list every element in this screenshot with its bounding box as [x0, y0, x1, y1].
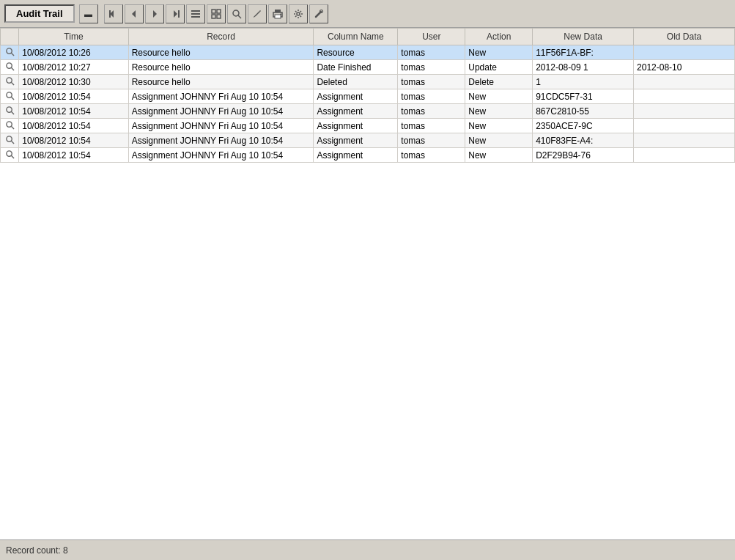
- cell-old-data: [634, 119, 735, 133]
- svg-point-30: [6, 107, 11, 112]
- app-title: Audit Trail: [4, 4, 75, 23]
- cell-action: New: [465, 45, 533, 60]
- svg-marker-3: [153, 10, 157, 18]
- list-view-button[interactable]: [186, 4, 205, 23]
- cell-time: 10/08/2012 10:54: [19, 148, 128, 163]
- cell-action: New: [465, 148, 533, 163]
- cell-new-data: 410F83FE-A4:: [533, 133, 634, 148]
- svg-rect-11: [212, 15, 215, 18]
- cell-new-data: 867C2810-55: [533, 104, 634, 119]
- cell-user: tomas: [398, 89, 465, 104]
- search-button[interactable]: [227, 4, 246, 23]
- svg-rect-10: [217, 10, 221, 13]
- prev-start-button[interactable]: [104, 4, 123, 23]
- table-row[interactable]: 10/08/2012 10:27Resource helloDate Finis…: [1, 60, 735, 75]
- col-new-data: New Data: [533, 29, 634, 45]
- row-search-icon[interactable]: [1, 104, 19, 119]
- grid-view-button[interactable]: [207, 4, 226, 23]
- table-header: Time Record Column Name User Action New …: [1, 29, 735, 45]
- svg-point-18: [280, 13, 281, 15]
- cell-record: Resource hello: [128, 60, 314, 75]
- settings-button[interactable]: [289, 4, 308, 23]
- svg-point-34: [6, 136, 11, 141]
- audit-table: Time Record Column Name User Action New …: [0, 28, 735, 163]
- row-search-icon[interactable]: [1, 119, 19, 133]
- pen-button[interactable]: [248, 4, 267, 23]
- cell-time: 10/08/2012 10:27: [19, 60, 128, 75]
- row-search-icon[interactable]: [1, 75, 19, 89]
- cell-user: tomas: [398, 119, 465, 133]
- cell-action: New: [465, 119, 533, 133]
- cell-old-data: 2012-08-10: [634, 60, 735, 75]
- minimize-button[interactable]: ▬: [79, 4, 98, 23]
- svg-rect-7: [191, 13, 200, 15]
- table-row[interactable]: 10/08/2012 10:54Assignment JOHNNY Fri Au…: [1, 104, 735, 119]
- table-row[interactable]: 10/08/2012 10:30Resource helloDeletedtom…: [1, 75, 735, 89]
- cell-action: Delete: [465, 75, 533, 89]
- table-row[interactable]: 10/08/2012 10:54Assignment JOHNNY Fri Au…: [1, 119, 735, 133]
- svg-line-31: [11, 111, 14, 114]
- cell-column-name: Assignment: [314, 119, 398, 133]
- cell-column-name: Resource: [314, 45, 398, 60]
- svg-rect-5: [178, 10, 180, 18]
- row-search-icon[interactable]: [1, 45, 19, 60]
- next-button[interactable]: [145, 4, 164, 23]
- cell-column-name: Assignment: [314, 133, 398, 148]
- svg-point-19: [297, 12, 300, 15]
- table-body: 10/08/2012 10:26Resource helloResourceto…: [1, 45, 735, 163]
- toolbar: Audit Trail ▬: [0, 0, 735, 28]
- cell-old-data: [634, 89, 735, 104]
- table-row[interactable]: 10/08/2012 10:54Assignment JOHNNY Fri Au…: [1, 133, 735, 148]
- svg-marker-2: [132, 10, 136, 18]
- cell-column-name: Assignment: [314, 148, 398, 163]
- cell-record: Resource hello: [128, 45, 314, 60]
- next-end-button[interactable]: [166, 4, 185, 23]
- svg-line-37: [11, 155, 14, 158]
- col-time: Time: [19, 29, 128, 45]
- cell-user: tomas: [398, 148, 465, 163]
- svg-line-25: [11, 67, 14, 70]
- cell-record: Resource hello: [128, 75, 314, 89]
- row-search-icon[interactable]: [1, 133, 19, 148]
- svg-point-22: [6, 48, 11, 54]
- table-row[interactable]: 10/08/2012 10:26Resource helloResourceto…: [1, 45, 735, 60]
- cell-action: New: [465, 89, 533, 104]
- cell-new-data: 2012-08-09 1: [533, 60, 634, 75]
- svg-line-27: [11, 82, 14, 85]
- svg-rect-12: [217, 15, 221, 18]
- cell-new-data: 1: [533, 75, 634, 89]
- cell-column-name: Deleted: [314, 75, 398, 89]
- row-search-icon[interactable]: [1, 60, 19, 75]
- cell-action: Update: [465, 60, 533, 75]
- cell-column-name: Date Finished: [314, 60, 398, 75]
- table-wrapper[interactable]: Time Record Column Name User Action New …: [0, 28, 735, 539]
- cell-old-data: [634, 133, 735, 148]
- svg-point-13: [233, 10, 239, 16]
- cell-new-data: 2350ACE7-9C: [533, 119, 634, 133]
- svg-rect-8: [191, 16, 200, 18]
- cell-user: tomas: [398, 133, 465, 148]
- cell-user: tomas: [398, 45, 465, 60]
- cell-time: 10/08/2012 10:54: [19, 89, 128, 104]
- cell-time: 10/08/2012 10:54: [19, 119, 128, 133]
- cell-record: Assignment JOHNNY Fri Aug 10 10:54: [128, 89, 314, 104]
- cell-new-data: 11F56F1A-BF:: [533, 45, 634, 60]
- print-button[interactable]: [268, 4, 287, 23]
- cell-record: Assignment JOHNNY Fri Aug 10 10:54: [128, 119, 314, 133]
- cell-column-name: Assignment: [314, 104, 398, 119]
- svg-marker-4: [174, 10, 177, 18]
- svg-rect-6: [191, 10, 200, 12]
- svg-point-24: [6, 63, 11, 68]
- table-row[interactable]: 10/08/2012 10:54Assignment JOHNNY Fri Au…: [1, 148, 735, 163]
- svg-point-36: [6, 151, 11, 156]
- row-search-icon[interactable]: [1, 148, 19, 163]
- cell-action: New: [465, 104, 533, 119]
- cell-user: tomas: [398, 60, 465, 75]
- main-content: Time Record Column Name User Action New …: [0, 28, 735, 539]
- cell-user: tomas: [398, 75, 465, 89]
- tools-button[interactable]: [309, 4, 328, 23]
- table-row[interactable]: 10/08/2012 10:54Assignment JOHNNY Fri Au…: [1, 89, 735, 104]
- svg-point-32: [6, 122, 11, 127]
- row-search-icon[interactable]: [1, 89, 19, 104]
- prev-button[interactable]: [125, 4, 144, 23]
